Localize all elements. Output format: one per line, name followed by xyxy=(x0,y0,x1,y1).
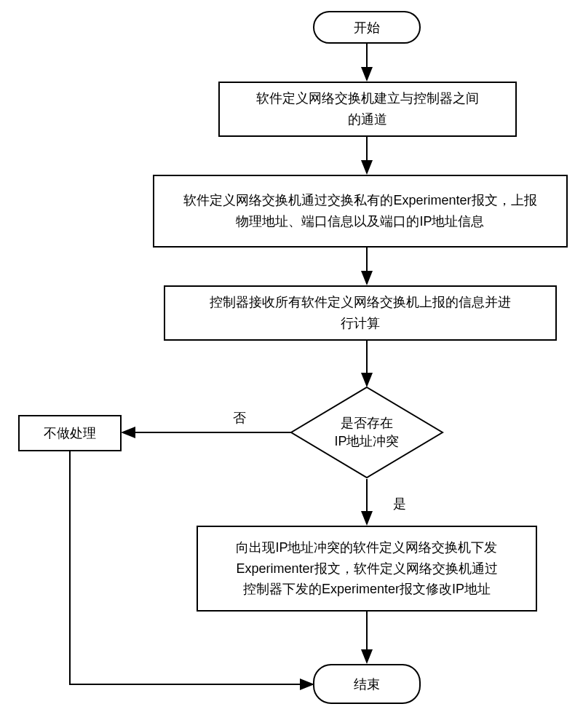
label-yes: 是 xyxy=(393,495,406,513)
d1-line2: IP地址冲突 xyxy=(334,434,399,448)
p1-line1: 软件定义网络交换机建立与控制器之间 xyxy=(256,91,479,106)
label-no: 否 xyxy=(233,409,246,427)
flowchart-container: 开始 软件定义网络交换机建立与控制器之间 的通道 软件定义网络交换机通过交换私有… xyxy=(0,0,575,728)
process-no-action: 不做处理 xyxy=(18,415,122,451)
start-label: 开始 xyxy=(354,19,380,36)
end-label: 结束 xyxy=(354,676,380,693)
process-controller-compute: 控制器接收所有软件定义网络交换机上报的信息并进 行计算 xyxy=(164,285,557,341)
p1-line2: 的通道 xyxy=(348,112,387,127)
p5-line2: Experimenter报文，软件定义网络交换机通过 xyxy=(236,561,497,576)
p3-line2: 行计算 xyxy=(341,316,380,331)
process-modify-ip: 向出现IP地址冲突的软件定义网络交换机下发 Experimenter报文，软件定… xyxy=(197,526,537,612)
end-terminal: 结束 xyxy=(313,664,421,704)
start-terminal: 开始 xyxy=(313,11,421,44)
p4-label: 不做处理 xyxy=(44,423,96,444)
process-report-info: 软件定义网络交换机通过交换私有的Experimenter报文，上报 物理地址、端… xyxy=(153,175,568,248)
process-establish-channel: 软件定义网络交换机建立与控制器之间 的通道 xyxy=(218,82,517,137)
p5-line1: 向出现IP地址冲突的软件定义网络交换机下发 xyxy=(236,540,497,555)
p2-line1: 软件定义网络交换机通过交换私有的Experimenter报文，上报 xyxy=(183,193,536,207)
p5-line3: 控制器下发的Experimenter报文修改IP地址 xyxy=(243,582,491,596)
p2-line2: 物理地址、端口信息以及端口的IP地址信息 xyxy=(236,214,484,229)
decision-ip-conflict: 是否存在 IP地址冲突 xyxy=(290,386,444,479)
p3-line1: 控制器接收所有软件定义网络交换机上报的信息并进 xyxy=(210,295,511,309)
d1-line1: 是否存在 xyxy=(341,416,393,430)
